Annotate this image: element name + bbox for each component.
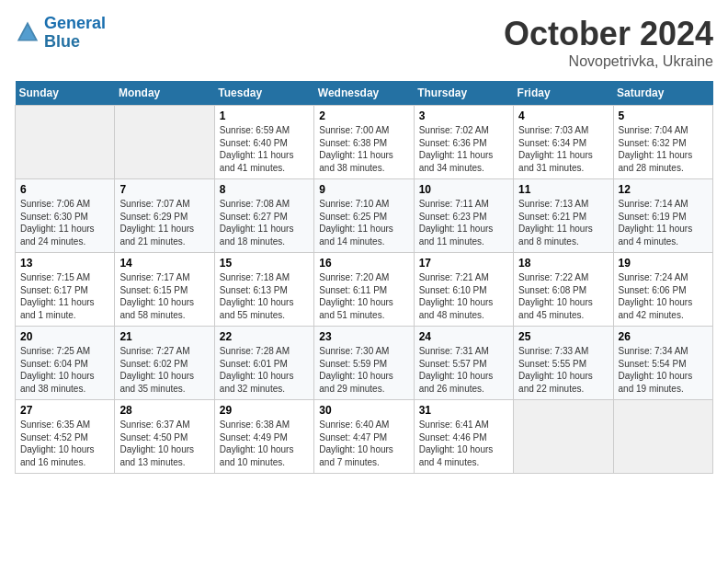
calendar-cell: 30Sunrise: 6:40 AM Sunset: 4:47 PM Dayli… <box>314 400 414 474</box>
logo-text: General Blue <box>44 15 106 52</box>
day-info: Sunrise: 7:00 AM Sunset: 6:38 PM Dayligh… <box>319 124 408 174</box>
week-row-5: 27Sunrise: 6:35 AM Sunset: 4:52 PM Dayli… <box>16 400 713 474</box>
day-info: Sunrise: 6:41 AM Sunset: 4:46 PM Dayligh… <box>419 419 508 468</box>
day-number: 4 <box>518 109 608 122</box>
day-info: Sunrise: 7:06 AM Sunset: 6:30 PM Dayligh… <box>20 198 109 247</box>
weekday-header-saturday: Saturday <box>613 81 712 106</box>
calendar-cell: 7Sunrise: 7:07 AM Sunset: 6:29 PM Daylig… <box>115 179 214 253</box>
day-number: 24 <box>419 330 508 343</box>
day-number: 7 <box>119 183 209 196</box>
calendar-cell: 10Sunrise: 7:11 AM Sunset: 6:23 PM Dayli… <box>414 179 513 253</box>
calendar-cell: 14Sunrise: 7:17 AM Sunset: 6:15 PM Dayli… <box>115 253 214 327</box>
day-number: 9 <box>319 183 408 196</box>
day-info: Sunrise: 7:22 AM Sunset: 6:08 PM Dayligh… <box>518 271 608 321</box>
day-number: 18 <box>518 257 608 270</box>
day-info: Sunrise: 7:07 AM Sunset: 6:29 PM Dayligh… <box>119 198 209 247</box>
calendar-cell: 16Sunrise: 7:20 AM Sunset: 6:11 PM Dayli… <box>314 253 414 327</box>
calendar-cell: 25Sunrise: 7:33 AM Sunset: 5:55 PM Dayli… <box>514 327 613 400</box>
day-info: Sunrise: 6:38 AM Sunset: 4:49 PM Dayligh… <box>220 419 309 468</box>
calendar-cell <box>16 106 115 179</box>
day-info: Sunrise: 7:08 AM Sunset: 6:27 PM Dayligh… <box>220 198 309 247</box>
day-number: 15 <box>220 257 309 270</box>
day-number: 30 <box>319 404 408 417</box>
calendar-table: SundayMondayTuesdayWednesdayThursdayFrid… <box>15 81 713 474</box>
calendar-cell: 1Sunrise: 6:59 AM Sunset: 6:40 PM Daylig… <box>214 106 313 179</box>
calendar-cell: 28Sunrise: 6:37 AM Sunset: 4:50 PM Dayli… <box>115 400 214 474</box>
day-number: 5 <box>619 109 708 122</box>
calendar-cell: 13Sunrise: 7:15 AM Sunset: 6:17 PM Dayli… <box>16 253 115 327</box>
calendar-cell: 15Sunrise: 7:18 AM Sunset: 6:13 PM Dayli… <box>214 253 313 327</box>
day-number: 19 <box>619 257 708 270</box>
day-number: 17 <box>419 257 508 270</box>
day-info: Sunrise: 7:31 AM Sunset: 5:57 PM Dayligh… <box>419 345 508 395</box>
day-number: 14 <box>119 257 209 270</box>
day-number: 13 <box>20 257 109 270</box>
calendar-cell: 31Sunrise: 6:41 AM Sunset: 4:46 PM Dayli… <box>414 400 513 474</box>
weekday-header-sunday: Sunday <box>16 81 115 106</box>
day-info: Sunrise: 6:37 AM Sunset: 4:50 PM Dayligh… <box>119 419 209 468</box>
day-number: 21 <box>119 330 209 343</box>
weekday-header-wednesday: Wednesday <box>314 81 414 106</box>
day-info: Sunrise: 7:10 AM Sunset: 6:25 PM Dayligh… <box>319 198 408 247</box>
day-info: Sunrise: 6:59 AM Sunset: 6:40 PM Dayligh… <box>220 124 309 174</box>
calendar-cell: 22Sunrise: 7:28 AM Sunset: 6:01 PM Dayli… <box>214 327 313 400</box>
day-number: 26 <box>619 330 708 343</box>
day-number: 23 <box>319 330 408 343</box>
weekday-header-friday: Friday <box>514 81 613 106</box>
day-info: Sunrise: 7:18 AM Sunset: 6:13 PM Dayligh… <box>220 271 309 321</box>
location-subtitle: Novopetrivka, Ukraine <box>504 53 713 70</box>
calendar-cell: 5Sunrise: 7:04 AM Sunset: 6:32 PM Daylig… <box>613 106 712 179</box>
day-info: Sunrise: 7:02 AM Sunset: 6:36 PM Dayligh… <box>419 124 508 174</box>
day-number: 1 <box>220 109 309 122</box>
calendar-cell: 23Sunrise: 7:30 AM Sunset: 5:59 PM Dayli… <box>314 327 414 400</box>
day-info: Sunrise: 7:25 AM Sunset: 6:04 PM Dayligh… <box>20 345 109 395</box>
day-number: 25 <box>518 330 608 343</box>
day-info: Sunrise: 7:14 AM Sunset: 6:19 PM Dayligh… <box>619 198 708 247</box>
day-number: 29 <box>220 404 309 417</box>
calendar-cell <box>514 400 613 474</box>
day-number: 11 <box>518 183 608 196</box>
calendar-cell: 11Sunrise: 7:13 AM Sunset: 6:21 PM Dayli… <box>514 179 613 253</box>
calendar-cell: 19Sunrise: 7:24 AM Sunset: 6:06 PM Dayli… <box>613 253 712 327</box>
day-number: 12 <box>619 183 708 196</box>
week-row-4: 20Sunrise: 7:25 AM Sunset: 6:04 PM Dayli… <box>16 327 713 400</box>
day-number: 2 <box>319 109 408 122</box>
day-number: 22 <box>220 330 309 343</box>
day-info: Sunrise: 7:17 AM Sunset: 6:15 PM Dayligh… <box>119 271 209 321</box>
day-info: Sunrise: 7:11 AM Sunset: 6:23 PM Dayligh… <box>419 198 508 247</box>
calendar-cell <box>613 400 712 474</box>
calendar-cell: 6Sunrise: 7:06 AM Sunset: 6:30 PM Daylig… <box>16 179 115 253</box>
day-info: Sunrise: 7:27 AM Sunset: 6:02 PM Dayligh… <box>119 345 209 395</box>
day-info: Sunrise: 7:34 AM Sunset: 5:54 PM Dayligh… <box>619 345 708 395</box>
week-row-1: 1Sunrise: 6:59 AM Sunset: 6:40 PM Daylig… <box>16 106 713 179</box>
day-number: 10 <box>419 183 508 196</box>
day-number: 31 <box>419 404 508 417</box>
day-info: Sunrise: 7:15 AM Sunset: 6:17 PM Dayligh… <box>20 271 109 321</box>
month-title: October 2024 <box>504 15 713 53</box>
calendar-cell: 3Sunrise: 7:02 AM Sunset: 6:36 PM Daylig… <box>414 106 513 179</box>
day-info: Sunrise: 6:40 AM Sunset: 4:47 PM Dayligh… <box>319 419 408 468</box>
weekday-header-row: SundayMondayTuesdayWednesdayThursdayFrid… <box>16 81 713 106</box>
day-number: 28 <box>119 404 209 417</box>
page-header: General Blue October 2024 Novopetrivka, … <box>15 15 713 70</box>
day-info: Sunrise: 7:04 AM Sunset: 6:32 PM Dayligh… <box>619 124 708 174</box>
day-info: Sunrise: 7:30 AM Sunset: 5:59 PM Dayligh… <box>319 345 408 395</box>
week-row-2: 6Sunrise: 7:06 AM Sunset: 6:30 PM Daylig… <box>16 179 713 253</box>
calendar-cell <box>115 106 214 179</box>
day-number: 6 <box>20 183 109 196</box>
day-info: Sunrise: 7:03 AM Sunset: 6:34 PM Dayligh… <box>518 124 608 174</box>
title-block: October 2024 Novopetrivka, Ukraine <box>504 15 713 70</box>
calendar-cell: 12Sunrise: 7:14 AM Sunset: 6:19 PM Dayli… <box>613 179 712 253</box>
day-number: 8 <box>220 183 309 196</box>
calendar-cell: 8Sunrise: 7:08 AM Sunset: 6:27 PM Daylig… <box>214 179 313 253</box>
day-info: Sunrise: 7:33 AM Sunset: 5:55 PM Dayligh… <box>518 345 608 395</box>
day-number: 20 <box>20 330 109 343</box>
day-info: Sunrise: 7:28 AM Sunset: 6:01 PM Dayligh… <box>220 345 309 395</box>
calendar-cell: 18Sunrise: 7:22 AM Sunset: 6:08 PM Dayli… <box>514 253 613 327</box>
week-row-3: 13Sunrise: 7:15 AM Sunset: 6:17 PM Dayli… <box>16 253 713 327</box>
calendar-cell: 24Sunrise: 7:31 AM Sunset: 5:57 PM Dayli… <box>414 327 513 400</box>
calendar-cell: 4Sunrise: 7:03 AM Sunset: 6:34 PM Daylig… <box>514 106 613 179</box>
calendar-cell: 17Sunrise: 7:21 AM Sunset: 6:10 PM Dayli… <box>414 253 513 327</box>
weekday-header-thursday: Thursday <box>414 81 513 106</box>
day-info: Sunrise: 7:13 AM Sunset: 6:21 PM Dayligh… <box>518 198 608 247</box>
